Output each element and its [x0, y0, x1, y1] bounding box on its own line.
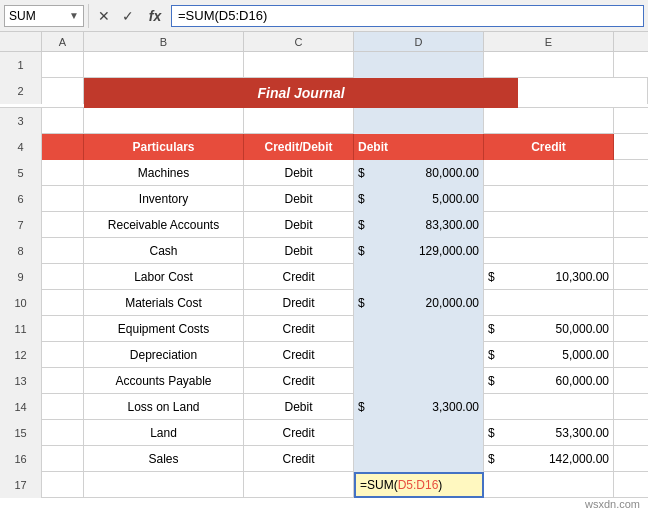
cell-d8-debit[interactable]: $129,000.00 [354, 238, 484, 264]
cell-c17[interactable] [244, 472, 354, 498]
confirm-button[interactable]: ✓ [117, 5, 139, 27]
cell-e13-credit[interactable]: $60,000.00 [484, 368, 614, 394]
cell-e2[interactable] [518, 78, 648, 104]
cell-c12-type[interactable]: Credit [244, 342, 354, 368]
cell-e12-credit[interactable]: $5,000.00 [484, 342, 614, 368]
cell-e9-credit[interactable]: $10,300.00 [484, 264, 614, 290]
cell-d14-debit[interactable]: $3,300.00 [354, 394, 484, 420]
cell-e14-credit[interactable] [484, 394, 614, 420]
data-rows: 5 Machines Debit $80,000.00 6 Inventory … [0, 160, 648, 472]
cell-c5-type[interactable]: Debit [244, 160, 354, 186]
cell-b9-particulars[interactable]: Labor Cost [84, 264, 244, 290]
cell-a12[interactable] [42, 342, 84, 368]
row-8: 8 Cash Debit $129,000.00 [0, 238, 648, 264]
cell-e8-credit[interactable] [484, 238, 614, 264]
cell-a8[interactable] [42, 238, 84, 264]
cell-e1[interactable] [484, 52, 614, 78]
cell-b15-particulars[interactable]: Land [84, 420, 244, 446]
cell-d11-debit[interactable] [354, 316, 484, 342]
cell-b8-particulars[interactable]: Cash [84, 238, 244, 264]
cell-d1[interactable] [354, 52, 484, 78]
cell-b6-particulars[interactable]: Inventory [84, 186, 244, 212]
cell-a6[interactable] [42, 186, 84, 212]
cell-a4[interactable] [42, 134, 84, 160]
formula-icon[interactable]: fx [141, 5, 169, 27]
cell-d10-debit[interactable]: $20,000.00 [354, 290, 484, 316]
row-14: 14 Loss on Land Debit $3,300.00 [0, 394, 648, 420]
col-header-a[interactable]: A [42, 32, 84, 51]
cell-c11-type[interactable]: Credit [244, 316, 354, 342]
cell-d16-debit[interactable] [354, 446, 484, 472]
cell-c9-type[interactable]: Credit [244, 264, 354, 290]
col-header-b[interactable]: B [84, 32, 244, 51]
cell-c8-type[interactable]: Debit [244, 238, 354, 264]
cell-b14-particulars[interactable]: Loss on Land [84, 394, 244, 420]
cell-c1[interactable] [244, 52, 354, 78]
cell-c15-type[interactable]: Credit [244, 420, 354, 446]
cell-a13[interactable] [42, 368, 84, 394]
rownum-4: 4 [0, 134, 42, 160]
row-6: 6 Inventory Debit $5,000.00 [0, 186, 648, 212]
cell-a9[interactable] [42, 264, 84, 290]
cell-c3[interactable] [244, 108, 354, 134]
header-credit-debit: Credit/Debit [244, 134, 354, 160]
cell-a3[interactable] [42, 108, 84, 134]
cell-a5[interactable] [42, 160, 84, 186]
col-header-c[interactable]: C [244, 32, 354, 51]
cell-a11[interactable] [42, 316, 84, 342]
cell-a17[interactable] [42, 472, 84, 498]
row-3: 3 [0, 108, 648, 134]
cell-e6-credit[interactable] [484, 186, 614, 212]
cell-e17[interactable] [484, 472, 614, 498]
cell-d12-debit[interactable] [354, 342, 484, 368]
cell-d5-debit[interactable]: $80,000.00 [354, 160, 484, 186]
cell-a15[interactable] [42, 420, 84, 446]
cell-c13-type[interactable]: Credit [244, 368, 354, 394]
cell-c16-type[interactable]: Credit [244, 446, 354, 472]
cell-b13-particulars[interactable]: Accounts Payable [84, 368, 244, 394]
cancel-button[interactable]: ✕ [93, 5, 115, 27]
cell-d13-debit[interactable] [354, 368, 484, 394]
cell-d6-debit[interactable]: $5,000.00 [354, 186, 484, 212]
cell-c10-type[interactable]: Dredit [244, 290, 354, 316]
cell-e16-credit[interactable]: $142,000.00 [484, 446, 614, 472]
cell-b7-particulars[interactable]: Receivable Accounts [84, 212, 244, 238]
cell-a1[interactable] [42, 52, 84, 78]
cell-c14-type[interactable]: Debit [244, 394, 354, 420]
cell-e10-credit[interactable] [484, 290, 614, 316]
col-header-d[interactable]: D [354, 32, 484, 51]
cell-b11-particulars[interactable]: Equipment Costs [84, 316, 244, 342]
rownum-11: 11 [0, 316, 42, 342]
cell-e7-credit[interactable] [484, 212, 614, 238]
cell-e15-credit[interactable]: $53,300.00 [484, 420, 614, 446]
cell-a2[interactable] [42, 78, 84, 104]
cell-c7-type[interactable]: Debit [244, 212, 354, 238]
cell-b10-particulars[interactable]: Materials Cost [84, 290, 244, 316]
name-box[interactable]: SUM ▼ [4, 5, 84, 27]
rownum-6: 6 [0, 186, 42, 212]
cell-e3[interactable] [484, 108, 614, 134]
cell-b5-particulars[interactable]: Machines [84, 160, 244, 186]
cell-a10[interactable] [42, 290, 84, 316]
cell-d15-debit[interactable] [354, 420, 484, 446]
cell-d9-debit[interactable] [354, 264, 484, 290]
col-header-e[interactable]: E [484, 32, 614, 51]
cell-d3[interactable] [354, 108, 484, 134]
cell-b12-particulars[interactable]: Depreciation [84, 342, 244, 368]
rownum-9: 9 [0, 264, 42, 290]
formula-bar[interactable]: =SUM(D5:D16) [171, 5, 644, 27]
cell-c6-type[interactable]: Debit [244, 186, 354, 212]
cell-b17[interactable] [84, 472, 244, 498]
cell-a14[interactable] [42, 394, 84, 420]
cell-d7-debit[interactable]: $83,300.00 [354, 212, 484, 238]
cell-b16-particulars[interactable]: Sales [84, 446, 244, 472]
row-11: 11 Equipment Costs Credit $50,000.00 [0, 316, 648, 342]
cell-a7[interactable] [42, 212, 84, 238]
cell-e5-credit[interactable] [484, 160, 614, 186]
cell-e11-credit[interactable]: $50,000.00 [484, 316, 614, 342]
cell-a16[interactable] [42, 446, 84, 472]
cell-b1[interactable] [84, 52, 244, 78]
row-9: 9 Labor Cost Credit $10,300.00 [0, 264, 648, 290]
cell-b3[interactable] [84, 108, 244, 134]
cell-d17-formula[interactable]: =SUM(D5:D16) [354, 472, 484, 498]
